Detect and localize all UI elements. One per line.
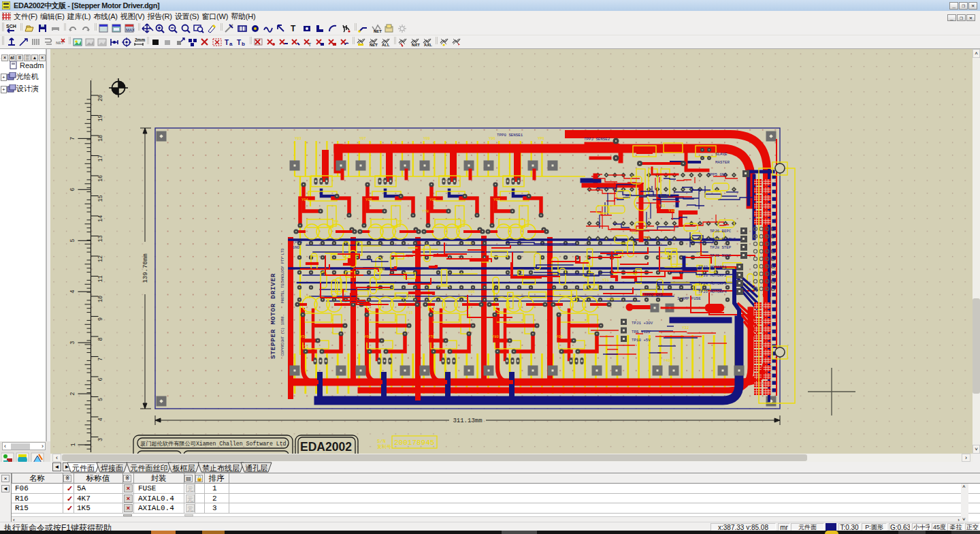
svg-text:Y70: Y70 bbox=[428, 334, 435, 339]
svg-text:20: 20 bbox=[97, 95, 104, 101]
svg-text:Y04: Y04 bbox=[301, 198, 309, 202]
svg-text:NET: NET bbox=[370, 43, 378, 47]
svg-text:TPP0 GND: TPP0 GND bbox=[644, 293, 663, 298]
svg-text:Y50: Y50 bbox=[300, 334, 307, 339]
svg-text:TP5: TP5 bbox=[396, 219, 403, 224]
svg-text:COPYRIGHT (C) 1988.: COPYRIGHT (C) 1988. bbox=[281, 314, 285, 356]
svg-text:TPP4: TPP4 bbox=[293, 240, 302, 245]
svg-text:元件面丝印: 元件面丝印 bbox=[131, 464, 168, 472]
svg-text:Y71: Y71 bbox=[302, 345, 310, 349]
svg-text:AXL: AXL bbox=[424, 43, 432, 47]
svg-text:TPP0 SENSE1: TPP0 SENSE1 bbox=[497, 133, 523, 138]
svg-text:16: 16 bbox=[97, 175, 104, 182]
svg-text:Y78: Y78 bbox=[422, 209, 429, 214]
svg-text:19: 19 bbox=[97, 114, 104, 121]
svg-text:T: T bbox=[291, 24, 296, 33]
svg-text:14: 14 bbox=[97, 215, 104, 222]
svg-text:NXT: NXT bbox=[412, 43, 420, 47]
svg-text:11: 11 bbox=[97, 275, 104, 282]
svg-text:TP7: TP7 bbox=[524, 219, 531, 224]
svg-text:Y80: Y80 bbox=[492, 334, 499, 339]
svg-text:15: 15 bbox=[97, 195, 104, 202]
svg-text:STEPPER MOTOR DRIVER: STEPPER MOTOR DRIVER bbox=[270, 273, 277, 359]
svg-text:TPP5 GND: TPP5 GND bbox=[708, 172, 727, 177]
svg-text:Y15: Y15 bbox=[406, 311, 413, 315]
svg-text:5: 5 bbox=[97, 398, 104, 401]
svg-text:TPJ6 BIPC: TPJ6 BIPC bbox=[710, 229, 732, 234]
svg-text:18: 18 bbox=[97, 135, 104, 142]
svg-text:PROTEL TECHNOLOGY PTY LTD: PROTEL TECHNOLOGY PTY LTD bbox=[281, 249, 285, 304]
svg-text:TPJ3 MOTORP2: TPJ3 MOTORP2 bbox=[698, 273, 727, 278]
svg-text:通孔层: 通孔层 bbox=[245, 464, 267, 472]
svg-text:NET: NET bbox=[56, 41, 64, 45]
svg-text:TPJ7 ENABLE: TPJ7 ENABLE bbox=[710, 237, 736, 242]
svg-text:12: 12 bbox=[97, 255, 104, 262]
svg-text:Y31: Y31 bbox=[602, 278, 610, 283]
svg-text:200178945: 200178945 bbox=[394, 439, 434, 447]
svg-text:Y00: Y00 bbox=[556, 334, 563, 339]
svg-text:元件面: 元件面 bbox=[72, 464, 95, 472]
svg-text:Y05: Y05 bbox=[365, 198, 372, 202]
svg-text:厦门超伦软件有限公司Xiamen Challen Softw: 厦门超伦软件有限公司Xiamen Challen Software Ltd. bbox=[140, 441, 289, 447]
svg-text:TPJ4 MOTORP3: TPJ4 MOTORP3 bbox=[698, 281, 727, 286]
svg-text:b: b bbox=[242, 41, 245, 47]
svg-text:T: T bbox=[237, 39, 241, 46]
svg-text:9: 9 bbox=[97, 317, 104, 321]
svg-text:GND: GND bbox=[293, 245, 300, 250]
svg-text:139.70mm: 139.70mm bbox=[142, 253, 149, 283]
svg-text:TPJ5 MOTORP4: TPJ5 MOTORP4 bbox=[698, 289, 727, 294]
svg-text:Y40: Y40 bbox=[664, 358, 670, 363]
svg-text:311.13mm: 311.13mm bbox=[453, 418, 482, 424]
svg-text:Y32: Y32 bbox=[682, 326, 689, 330]
svg-text:EDA2002: EDA2002 bbox=[300, 440, 352, 454]
svg-text:Y25: Y25 bbox=[643, 236, 650, 240]
svg-text:板框层: 板框层 bbox=[172, 464, 195, 472]
svg-text:7: 7 bbox=[70, 137, 77, 140]
svg-text:TPJ1 +30V: TPJ1 +30V bbox=[632, 321, 653, 326]
svg-text:TPJ8 STEP: TPJ8 STEP bbox=[710, 245, 732, 250]
svg-text:6: 6 bbox=[70, 188, 77, 191]
svg-text:TPJ9 SYNC: TPJ9 SYNC bbox=[710, 253, 732, 258]
svg-text:Y68: Y68 bbox=[408, 295, 415, 300]
svg-text:TPS +12V: TPS +12V bbox=[632, 330, 651, 334]
svg-text:Y07: Y07 bbox=[359, 136, 366, 141]
svg-text:Y31: Y31 bbox=[696, 251, 704, 256]
svg-text:禁止布线层: 禁止布线层 bbox=[202, 464, 240, 472]
svg-text:Y06: Y06 bbox=[489, 136, 495, 141]
svg-text:7: 7 bbox=[97, 358, 104, 361]
svg-text:TPPJ SENSE2: TPPJ SENSE2 bbox=[584, 137, 610, 142]
svg-text:Y32: Y32 bbox=[304, 295, 311, 300]
svg-text:SLAVE: SLAVE bbox=[715, 152, 728, 157]
svg-text:Y41: Y41 bbox=[632, 231, 639, 236]
svg-text:2: 2 bbox=[70, 392, 77, 396]
svg-text:Y93: Y93 bbox=[378, 267, 385, 272]
svg-text:Y06: Y06 bbox=[429, 198, 436, 202]
svg-text:TP4: TP4 bbox=[332, 219, 340, 224]
svg-text:Y80: Y80 bbox=[668, 208, 675, 213]
svg-text:2mm: 2mm bbox=[135, 37, 145, 42]
svg-text:10: 10 bbox=[97, 296, 104, 302]
svg-text:YP6: YP6 bbox=[538, 136, 544, 141]
svg-text:TP6: TP6 bbox=[460, 219, 467, 224]
svg-text:17: 17 bbox=[97, 155, 104, 161]
svg-text:5: 5 bbox=[70, 239, 77, 242]
svg-text:4: 4 bbox=[97, 418, 104, 421]
svg-text:3: 3 bbox=[97, 438, 104, 441]
svg-text:TPJ2 MOTORP1: TPJ2 MOTORP1 bbox=[698, 265, 727, 270]
svg-text:3: 3 bbox=[70, 341, 77, 345]
svg-text:Y43: Y43 bbox=[659, 204, 666, 208]
svg-text:SCH: SCH bbox=[6, 24, 16, 29]
svg-text:T: T bbox=[308, 42, 312, 47]
svg-text:Y09: Y09 bbox=[423, 136, 430, 141]
svg-text:6: 6 bbox=[97, 377, 104, 381]
svg-text:TP10 +5V: TP10 +5V bbox=[632, 338, 651, 343]
svg-text:1: 1 bbox=[70, 443, 77, 446]
svg-text:T: T bbox=[225, 39, 229, 46]
svg-text:Y03: Y03 bbox=[295, 136, 301, 141]
svg-text:Y07: Y07 bbox=[493, 198, 500, 202]
svg-text:4: 4 bbox=[70, 290, 77, 294]
svg-text:3 AMP FUSE: 3 AMP FUSE bbox=[677, 296, 701, 301]
svg-text:ALL: ALL bbox=[382, 43, 390, 47]
svg-text:Y86: Y86 bbox=[468, 289, 475, 294]
svg-text:焊接面: 焊接面 bbox=[101, 464, 123, 472]
